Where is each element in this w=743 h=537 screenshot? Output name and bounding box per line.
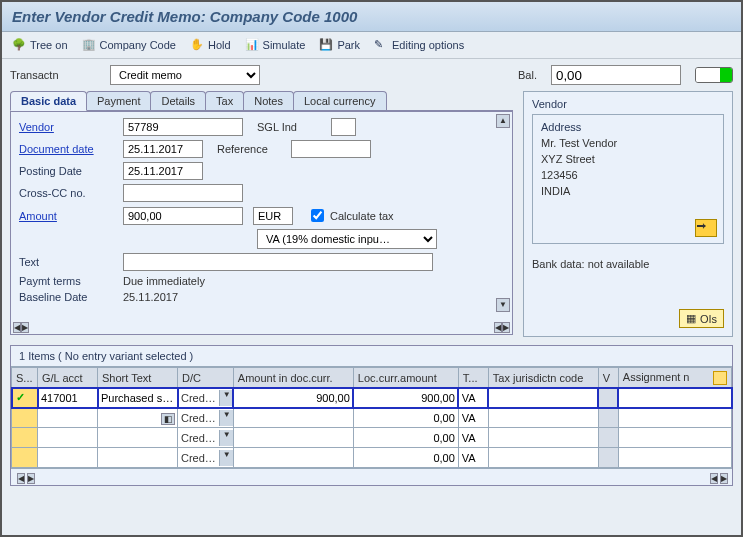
tab-basic-data[interactable]: Basic data <box>10 91 87 111</box>
items-scroll-left[interactable]: ◀ <box>17 473 25 484</box>
gl-acct-input[interactable] <box>38 449 97 467</box>
tab-notes[interactable]: Notes <box>243 91 294 110</box>
vendor-name: Mr. Test Vendor <box>541 137 715 149</box>
sgl-input[interactable] <box>331 118 356 136</box>
dc-dropdown[interactable]: ▼ <box>219 450 233 466</box>
loc-amount-input[interactable] <box>354 389 458 407</box>
gl-acct-input[interactable] <box>38 409 97 427</box>
loc-amount-input[interactable] <box>354 409 458 427</box>
dc-dropdown[interactable]: ▼ <box>219 410 233 426</box>
scroll-left-button[interactable]: ◀ <box>13 322 21 333</box>
assignment-input[interactable] <box>619 449 731 467</box>
row-selector[interactable]: ✓ <box>12 388 38 408</box>
editing-options-button[interactable]: ✎Editing options <box>374 38 464 52</box>
currency-input[interactable] <box>253 207 293 225</box>
row-selector[interactable] <box>12 448 38 468</box>
baseline-date-label: Baseline Date <box>19 291 119 303</box>
row-selector[interactable] <box>12 408 38 428</box>
col-shorttext[interactable]: Short Text <box>98 368 178 388</box>
value-help-icon[interactable]: ◧ <box>161 413 175 425</box>
loc-amount-input[interactable] <box>354 429 458 447</box>
dc-value: Cred… <box>178 452 219 464</box>
v-input[interactable] <box>599 409 618 427</box>
col-glacct[interactable]: G/L acct <box>38 368 98 388</box>
dc-dropdown[interactable]: ▼ <box>219 390 233 406</box>
loc-amount-input[interactable] <box>354 449 458 467</box>
amount-input[interactable] <box>234 449 353 467</box>
amount-input[interactable] <box>234 389 353 407</box>
line-items-table[interactable]: S... G/L acct Short Text D/C Amount in d… <box>11 367 732 468</box>
assignment-input[interactable] <box>619 429 731 447</box>
dc-dropdown[interactable]: ▼ <box>219 430 233 446</box>
table-row[interactable]: Cred…▼ <box>12 428 732 448</box>
col-assignment[interactable]: Assignment n <box>618 368 731 388</box>
gl-acct-input[interactable] <box>38 389 97 407</box>
vendor-street: XYZ Street <box>541 153 715 165</box>
simulate-button[interactable]: 📊Simulate <box>245 38 306 52</box>
scroll-right-button2[interactable]: ▶ <box>502 322 510 333</box>
col-dc[interactable]: D/C <box>178 368 234 388</box>
table-row[interactable]: ◧Cred…▼ <box>12 408 732 428</box>
tax-code-input[interactable] <box>459 449 488 467</box>
col-locamount[interactable]: Loc.curr.amount <box>353 368 458 388</box>
v-input[interactable] <box>599 429 618 447</box>
col-amount[interactable]: Amount in doc.curr. <box>233 368 353 388</box>
jurisdiction-input[interactable] <box>489 409 598 427</box>
col-jurisdiction[interactable]: Tax jurisdictn code <box>488 368 598 388</box>
gl-acct-input[interactable] <box>38 429 97 447</box>
tax-code-input[interactable] <box>459 389 488 407</box>
scroll-up-button[interactable]: ▲ <box>496 114 510 128</box>
jurisdiction-input[interactable] <box>489 429 598 447</box>
short-text-input[interactable] <box>98 389 177 407</box>
tab-local-currency[interactable]: Local currency <box>293 91 387 110</box>
tab-tax[interactable]: Tax <box>205 91 244 110</box>
amount-label[interactable]: Amount <box>19 210 119 222</box>
scroll-down-button[interactable]: ▼ <box>496 298 510 312</box>
items-scroll-right[interactable]: ▶ <box>27 473 35 484</box>
posting-date-input[interactable] <box>123 162 203 180</box>
tax-code-input[interactable] <box>459 409 488 427</box>
calculate-tax-checkbox[interactable]: Calculate tax <box>307 206 394 225</box>
vendor-input[interactable] <box>123 118 243 136</box>
row-selector[interactable] <box>12 428 38 448</box>
document-date-label[interactable]: Document date <box>19 143 119 155</box>
short-text-input[interactable] <box>98 429 177 447</box>
items-scroll-right2[interactable]: ▶ <box>720 473 728 484</box>
amount-input[interactable] <box>234 429 353 447</box>
tree-on-button[interactable]: 🌳Tree on <box>12 38 68 52</box>
reference-input[interactable] <box>291 140 371 158</box>
tax-code-select[interactable]: VA (19% domestic inpu… <box>257 229 437 249</box>
assignment-input[interactable] <box>619 409 731 427</box>
ois-button[interactable]: ▦OIs <box>679 309 724 328</box>
jurisdiction-input[interactable] <box>489 389 598 407</box>
amount-input[interactable] <box>123 207 243 225</box>
hold-button[interactable]: ✋Hold <box>190 38 231 52</box>
amount-input[interactable] <box>234 409 353 427</box>
items-panel: 1 Items ( No entry variant selected ) S.… <box>10 345 733 486</box>
jurisdiction-input[interactable] <box>489 449 598 467</box>
tab-details[interactable]: Details <box>150 91 206 110</box>
assignment-input[interactable] <box>619 389 731 407</box>
col-status[interactable]: S... <box>12 368 38 388</box>
text-input[interactable] <box>123 253 433 271</box>
park-button[interactable]: 💾Park <box>319 38 360 52</box>
company-code-button[interactable]: 🏢Company Code <box>82 38 176 52</box>
table-settings-icon[interactable] <box>713 371 727 385</box>
v-input[interactable] <box>599 389 618 407</box>
short-text-input[interactable] <box>98 449 177 467</box>
table-row[interactable]: Cred…▼ <box>12 448 732 468</box>
tab-payment[interactable]: Payment <box>86 91 151 110</box>
scroll-left-button2[interactable]: ◀ <box>494 322 502 333</box>
items-scroll-left2[interactable]: ◀ <box>710 473 718 484</box>
scroll-right-button[interactable]: ▶ <box>21 322 29 333</box>
document-date-input[interactable] <box>123 140 203 158</box>
vendor-label[interactable]: Vendor <box>19 121 119 133</box>
transaction-select[interactable]: Credit memo <box>110 65 260 85</box>
v-input[interactable] <box>599 449 618 467</box>
address-detail-button[interactable]: ⮕ <box>695 219 717 237</box>
table-row[interactable]: ✓Cred…▼ <box>12 388 732 408</box>
col-tax[interactable]: T... <box>458 368 488 388</box>
crosscc-input[interactable] <box>123 184 243 202</box>
col-v[interactable]: V <box>598 368 618 388</box>
tax-code-input[interactable] <box>459 429 488 447</box>
